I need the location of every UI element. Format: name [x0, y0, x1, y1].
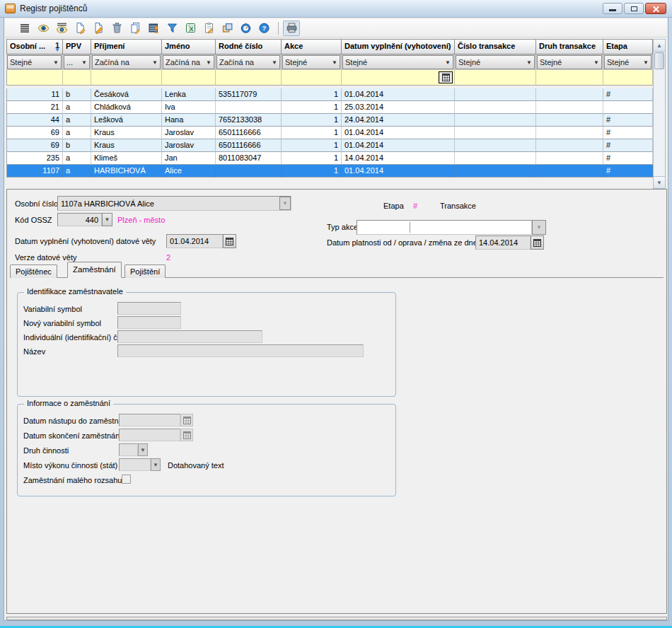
search-input-cell[interactable] [342, 70, 455, 86]
print-icon[interactable] [283, 21, 300, 36]
filter-operator-label: Začíná na [166, 58, 204, 66]
field-dropdown-button[interactable]: ▼ [151, 458, 161, 471]
table-cell: Alice [162, 165, 216, 178]
document-edit-icon[interactable] [90, 21, 107, 36]
transakce-label: Transakce [440, 202, 476, 210]
field-input[interactable] [119, 458, 151, 471]
help-icon[interactable]: ? [255, 21, 272, 36]
filter-operator-combo[interactable]: Stejné▼ [537, 55, 602, 69]
close-button[interactable] [645, 3, 666, 14]
datum-vyplneni-input[interactable]: 01.04.2014 [166, 234, 223, 248]
filter-operator-combo[interactable]: Začíná na▼ [163, 55, 214, 69]
datum-platnosti-input[interactable]: 14.04.2014 [475, 236, 531, 250]
small-scope-checkbox[interactable] [122, 475, 131, 484]
filter-operator-combo[interactable]: Stejné▼ [7, 55, 62, 69]
search-input-cell[interactable] [282, 70, 342, 86]
field-input[interactable] [119, 429, 180, 441]
field-input[interactable] [117, 302, 181, 315]
eye-preview-icon[interactable] [53, 21, 70, 36]
typ-akce-dropdown-button[interactable]: ▼ [532, 220, 546, 235]
filter-operator-combo[interactable]: Začíná na▼ [92, 55, 161, 69]
filter-funnel-icon[interactable] [163, 21, 180, 36]
kod-ossz-dropdown-button[interactable]: ▼ [102, 213, 112, 226]
table-row[interactable]: 1107aHARBICHOVÁAlice101.04.2014# [6, 165, 666, 178]
field-calendar-button[interactable] [180, 429, 193, 441]
history-clock-icon[interactable] [237, 21, 254, 36]
column-header-label: Číslo transakce [458, 42, 515, 50]
search-input-cell[interactable] [162, 70, 216, 86]
field-input[interactable] [117, 330, 262, 343]
scroll-down-button[interactable]: ▼ [654, 176, 665, 188]
minimize-button[interactable] [603, 3, 622, 14]
restore-button[interactable] [624, 3, 644, 14]
document-copy-icon[interactable] [127, 21, 144, 36]
filter-operator-combo[interactable]: Stejné▼ [604, 55, 651, 69]
chevron-down-icon: ▼ [526, 59, 532, 66]
scrollbar-thumb[interactable] [654, 52, 664, 69]
table-cell [455, 127, 536, 139]
vertical-scrollbar[interactable]: ▲▼ [653, 39, 666, 189]
table-row[interactable]: 69bKrausJaroslav6501116666101.04.2014# [6, 139, 666, 152]
column-header[interactable]: Druh transakce [536, 39, 603, 54]
field-input[interactable] [117, 344, 364, 357]
search-calendar-button[interactable] [439, 71, 453, 83]
column-header[interactable]: Etapa [603, 39, 653, 54]
column-header[interactable]: Číslo transakce [455, 39, 536, 54]
field-input[interactable] [117, 316, 181, 329]
column-header[interactable]: Datum vyplnění (vyhotovení) [342, 39, 455, 54]
table-row[interactable]: 11bČesákováLenka535117079101.04.2014# [6, 88, 666, 101]
datum-platnosti-calendar-button[interactable] [531, 236, 544, 250]
tab-zaměstnání[interactable]: Zaměstnání [67, 262, 122, 278]
search-input-cell[interactable] [216, 70, 282, 86]
osobni-cislo-input[interactable]: 1107a HARBICHOVÁ Alice [57, 196, 291, 211]
filter-operator-label: Začíná na [95, 58, 151, 66]
field-dropdown-button[interactable]: ▼ [138, 443, 148, 456]
scroll-up-button[interactable]: ▲ [654, 40, 665, 52]
field-calendar-button[interactable] [180, 414, 193, 426]
search-input-cell[interactable] [455, 70, 536, 86]
table-row[interactable]: 21aChládkováIva125.03.2014 [6, 101, 666, 114]
kod-ossz-input[interactable]: 440 [57, 213, 102, 226]
tab-pojištění[interactable]: Pojištění [124, 264, 166, 278]
tab-pojištěnec[interactable]: Pojištěnec [10, 264, 57, 278]
filter-operator-combo[interactable]: Stejné▼ [456, 55, 535, 69]
delete-trash-icon[interactable] [108, 21, 125, 36]
table-row[interactable]: 44aLeškováHana7652133038124.04.2014# [6, 114, 666, 127]
column-header[interactable]: Rodné číslo [216, 39, 282, 54]
column-header[interactable]: Akce [282, 39, 342, 54]
column-header-label: Etapa [606, 42, 627, 50]
table-cell [536, 127, 603, 139]
column-header-label: Příjmení [94, 42, 124, 50]
table-row[interactable]: 69aKrausJaroslav6501116666101.04.2014# [6, 127, 666, 139]
kod-ossz-text: Plzeň - město [117, 216, 165, 224]
table-cell: a [63, 127, 91, 139]
filter-operator-combo[interactable]: ...▼ [64, 55, 90, 69]
excel-export-icon[interactable]: X [182, 21, 199, 36]
column-header[interactable]: Jméno [162, 39, 216, 54]
form-edit-icon[interactable] [200, 21, 217, 36]
filter-operator-combo[interactable]: Stejné▼ [282, 55, 340, 69]
column-header[interactable]: Příjmení [91, 39, 162, 54]
table-cell: 24.04.2014 [342, 114, 455, 127]
column-header[interactable]: PPV [63, 39, 91, 54]
copy-link-icon[interactable] [219, 21, 236, 36]
search-input-cell[interactable] [6, 70, 63, 86]
column-header[interactable]: Osobní ...1▼ [6, 39, 63, 54]
search-input-cell[interactable] [63, 70, 91, 86]
field-input[interactable] [119, 443, 138, 456]
document-new-icon[interactable] [71, 21, 88, 36]
filter-operator-combo[interactable]: Začíná na▼ [216, 55, 280, 69]
filter-operator-combo[interactable]: Stejné▼ [342, 55, 453, 69]
search-input-cell[interactable] [536, 70, 603, 86]
eye-icon[interactable] [35, 21, 52, 36]
search-input-cell[interactable] [91, 70, 162, 86]
typ-akce-combo[interactable] [357, 220, 532, 235]
tabstrip: PojištěnecZaměstnáníPojištění [10, 263, 664, 278]
search-input-cell[interactable] [603, 70, 653, 86]
datum-vyplneni-calendar-button[interactable] [223, 234, 236, 248]
osobni-cislo-dropdown-button[interactable]: ▼ [279, 197, 291, 210]
table-import-icon[interactable] [145, 21, 162, 36]
field-input[interactable] [119, 414, 180, 426]
list-lines-icon[interactable] [16, 21, 33, 36]
table-row[interactable]: 235aKlimešJan8011083047114.04.2014# [6, 152, 666, 165]
